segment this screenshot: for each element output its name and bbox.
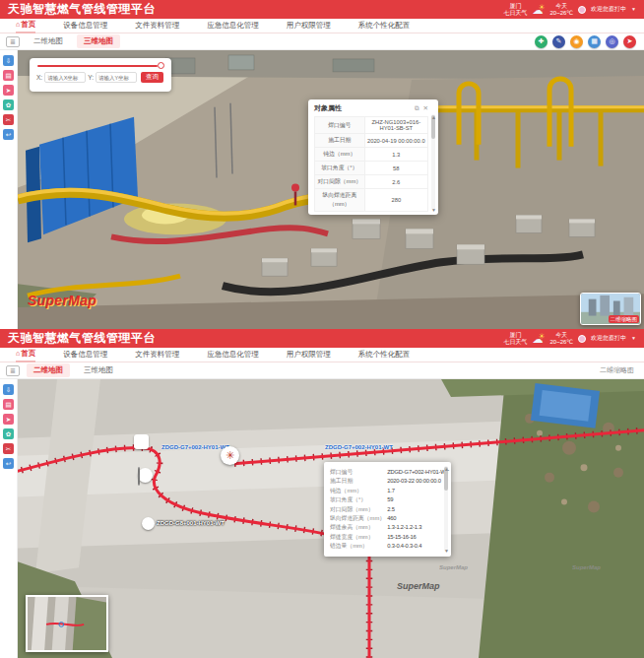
list-item: 坡口角度（°）59	[330, 495, 440, 504]
supermap-watermark: SuperMap	[397, 581, 440, 591]
weather-temp: 20~26℃	[549, 339, 573, 346]
tab-3d-map[interactable]: 三维地图	[77, 34, 120, 48]
app-title: 天驰智慧燃气管线管理平台	[8, 330, 156, 347]
user-tool-icon[interactable]: ◉	[570, 35, 583, 48]
marker-weld-cluster[interactable]	[142, 517, 155, 530]
nav-item-emergency[interactable]: 应急信息化管理	[207, 348, 259, 362]
weld-point-icon	[142, 517, 155, 530]
nav-item-home[interactable]: ⌂首页	[16, 347, 35, 362]
overview-minimap[interactable]	[26, 595, 108, 652]
export-icon[interactable]: ⧉	[415, 104, 419, 112]
tab-3d-map[interactable]: 三维地图	[77, 363, 120, 377]
slider-knob[interactable]	[158, 62, 164, 69]
clip-icon[interactable]: ✂	[3, 114, 14, 125]
object-properties-popup: 对象属性 ⧉ ✕ 焊口编号ZHZ-NG1003+016-HY01-SB-ST 施…	[308, 99, 438, 215]
x-coordinate-input[interactable]	[44, 72, 86, 83]
panel-2d: 天驰智慧燃气管线管理平台 厦门 七日天气 ☀☁ 今天 20~26℃ 欢迎您蔡打中…	[0, 329, 644, 658]
nav-item-files[interactable]: 文件资料管理	[135, 348, 179, 362]
home-icon: ⌂	[16, 21, 20, 28]
panel-toggle-icon[interactable]: ≣	[6, 365, 20, 376]
nav-item-files[interactable]: 文件资料管理	[135, 19, 179, 33]
weather-today-label: 今天	[549, 332, 573, 339]
popup-scrollbar[interactable]	[431, 114, 435, 210]
thumbnail-toggle-label[interactable]: 二维缩略图	[600, 365, 638, 375]
send-icon[interactable]: ➤	[3, 414, 14, 425]
nav-item-permissions[interactable]: 用户权限管理	[287, 348, 331, 362]
list-item: 错边量（mm）0.3-0.4-0.3-0.4	[330, 542, 440, 551]
layers-tool-icon[interactable]: ▦	[588, 35, 601, 48]
scroll-up-icon[interactable]: ▲	[444, 467, 449, 472]
marker-valve[interactable]: ✳	[221, 446, 239, 465]
add-tool-icon[interactable]: ✚	[535, 35, 547, 48]
popup-scrollbar[interactable]	[444, 466, 448, 552]
layers-icon[interactable]: ▤	[3, 399, 14, 410]
marker-test-pile[interactable]	[134, 434, 149, 449]
opacity-slider[interactable]	[36, 62, 164, 69]
map-tools: ✚ ✎ ◉ ▦ ◎ ➤	[535, 35, 638, 48]
nav-item-equipment[interactable]: 设备信息管理	[63, 348, 107, 362]
scroll-down-icon[interactable]: ▼	[444, 549, 449, 554]
scene-3d[interactable]: X: Y: 查询 对象属性 ⧉ ✕ 焊口编号ZHZ-NG1003+0	[18, 50, 644, 329]
list-item: 纵向焊道距离（mm）460	[330, 514, 440, 523]
weld-label[interactable]: ZDGD-G7+002-HY01-WT	[325, 444, 393, 450]
undo-icon[interactable]: ↩	[3, 458, 14, 469]
tab-2d-map[interactable]: 二维地图	[27, 363, 70, 377]
main-nav: ⌂首页 设备信息管理 文件资料管理 应急信息化管理 用户权限管理 系统个性化配置	[0, 19, 644, 33]
nav-item-permissions[interactable]: 用户权限管理	[287, 19, 331, 33]
scroll-down-icon[interactable]: ▼	[431, 208, 436, 213]
chevron-down-icon[interactable]: ▼	[631, 336, 636, 342]
weld-label[interactable]: ZDGD-G7+002-HY01-WT	[161, 444, 229, 450]
list-item: 对口间隙（mm）2.5	[330, 505, 440, 514]
weather-widget[interactable]: 厦门 七日天气	[503, 3, 527, 17]
manhole-icon	[138, 468, 153, 483]
avatar[interactable]	[578, 6, 586, 14]
weld-properties-popup: 焊口编号ZDGD-G7+002-HY01-WT 施工日期2020-03-22 0…	[324, 462, 451, 557]
table-row: 纵向焊道距离（mm）280	[315, 189, 428, 212]
weather-today: 今天 20~26℃	[549, 3, 573, 17]
edit-tool-icon[interactable]: ✎	[552, 35, 565, 48]
map-thumbnail[interactable]: 二维缩略图	[580, 293, 641, 325]
weather-link[interactable]: 七日天气	[503, 339, 527, 346]
nav-item-settings[interactable]: 系统个性化配置	[358, 348, 411, 362]
scroll-up-icon[interactable]: ▲	[431, 115, 436, 120]
weather-link[interactable]: 七日天气	[503, 10, 527, 17]
y-label: Y:	[88, 74, 94, 81]
panel-toggle-icon[interactable]: ≣	[6, 36, 20, 47]
table-row: 钝边（mm）1.3	[315, 148, 428, 162]
table-row: 焊口编号ZHZ-NG1003+016-HY01-SB-ST	[315, 117, 428, 134]
weather-today: 今天 20~26℃	[549, 332, 573, 346]
chevron-down-icon[interactable]: ▼	[631, 7, 636, 13]
locate-tool-icon[interactable]: ◎	[606, 35, 618, 48]
download-icon[interactable]: ⇩	[3, 384, 14, 395]
weather-widget[interactable]: 厦门 七日天气	[503, 332, 527, 346]
search-button[interactable]: 查询	[141, 72, 163, 83]
scene-2d[interactable]: ✳ ZDGD-G7+002-HY01-WT ZDGD-G7+002-HY01-W…	[18, 379, 644, 658]
grid-icon[interactable]: ✿	[3, 99, 14, 110]
weld-label[interactable]: ZDGD-G8+001-HY01-WT	[157, 520, 225, 526]
panel-3d: 天驰智慧燃气管线管理平台 厦门 七日天气 ☀☁ 今天 20~26℃ 欢迎您蔡打中…	[0, 0, 644, 329]
nav-item-emergency[interactable]: 应急信息化管理	[207, 19, 259, 33]
clip-icon[interactable]: ✂	[3, 443, 14, 454]
tool-sidebar: ⇩ ▤ ➤ ✿ ✂ ↩	[0, 379, 18, 658]
close-icon[interactable]: ✕	[423, 104, 428, 112]
tab-2d-map[interactable]: 二维地图	[27, 34, 70, 48]
send-icon[interactable]: ➤	[3, 85, 14, 96]
user-greeting: 欢迎您蔡打中	[591, 6, 626, 13]
download-icon[interactable]: ⇩	[3, 55, 14, 66]
app-title: 天驰智慧燃气管线管理平台	[8, 1, 156, 18]
viewport-2d: ⇩ ▤ ➤ ✿ ✂ ↩	[0, 379, 644, 658]
properties-table: 焊口编号ZHZ-NG1003+016-HY01-SB-ST 施工日期2020-0…	[314, 116, 428, 212]
pointer-tool-icon[interactable]: ➤	[623, 35, 636, 48]
nav-item-home[interactable]: ⌂首页	[16, 18, 35, 33]
avatar[interactable]	[578, 335, 586, 343]
layers-icon[interactable]: ▤	[3, 70, 14, 81]
grid-icon[interactable]: ✿	[3, 428, 14, 439]
nav-item-equipment[interactable]: 设备信息管理	[63, 19, 107, 33]
supermap-watermark: SuperMap	[439, 564, 468, 570]
nav-item-settings[interactable]: 系统个性化配置	[358, 19, 411, 33]
weather-city: 厦门	[503, 332, 527, 339]
thumbnail-badge: 二维缩略图	[609, 315, 640, 323]
marker-manhole[interactable]	[138, 468, 153, 483]
undo-icon[interactable]: ↩	[3, 129, 14, 140]
y-coordinate-input[interactable]	[96, 72, 137, 83]
